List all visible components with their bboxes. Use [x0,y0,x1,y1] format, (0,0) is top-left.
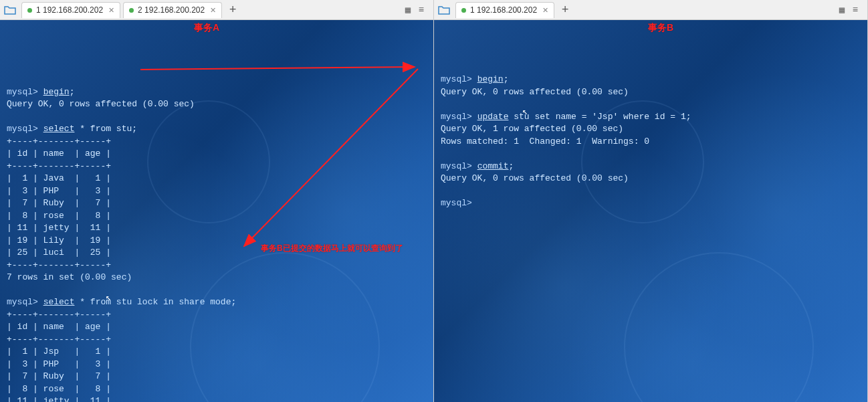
folder-icon[interactable] [3,3,17,17]
close-icon[interactable]: ✕ [542,6,548,15]
terminal-right[interactable]: 事务B mysql> begin; Query OK, 0 rows affec… [434,20,867,402]
status-dot-icon [27,8,32,13]
annotation-note: 事务B已提交的数据马上就可以查询到了 [261,242,403,255]
tabbar-right: 1 192.168.200.202 ✕ + ▦ ≡ [434,0,867,20]
pane-left: 1 192.168.200.202 ✕ 2 192.168.200.202 ✕ … [0,0,434,402]
tab-left-2[interactable]: 2 192.168.200.202 ✕ [123,2,222,18]
tabbar-left: 1 192.168.200.202 ✕ 2 192.168.200.202 ✕ … [0,0,433,20]
add-tab-button[interactable]: + [557,2,573,18]
status-dot-icon [461,8,466,13]
tab-label: 2 192.168.200.202 [138,5,205,15]
tab-label: 1 192.168.200.202 [470,5,537,15]
folder-icon[interactable] [437,3,451,17]
grid-view-icon[interactable]: ▦ [837,5,847,15]
status-dot-icon [129,8,134,13]
annotation-transaction-b: 事务B [648,21,673,34]
close-icon[interactable]: ✕ [210,6,216,15]
grid-view-icon[interactable]: ▦ [403,5,413,15]
terminal-content: mysql> begin; Query OK, 0 rows affected … [441,74,861,210]
tab-right-1[interactable]: 1 192.168.200.202 ✕ [455,2,554,18]
close-icon[interactable]: ✕ [108,6,114,15]
add-tab-button[interactable]: + [225,2,241,18]
annotation-transaction-a: 事务A [194,21,219,34]
tab-label: 1 192.168.200.202 [36,5,103,15]
tab-left-1[interactable]: 1 192.168.200.202 ✕ [21,2,120,18]
terminal-left[interactable]: 事务A 事务B已提交的数据马上就可以查询到了 mysql> begin; Que… [0,20,433,402]
list-view-icon[interactable]: ≡ [850,5,861,15]
pane-right: 1 192.168.200.202 ✕ + ▦ ≡ 事务B mysql> beg… [434,0,868,402]
list-view-icon[interactable]: ≡ [416,5,427,15]
